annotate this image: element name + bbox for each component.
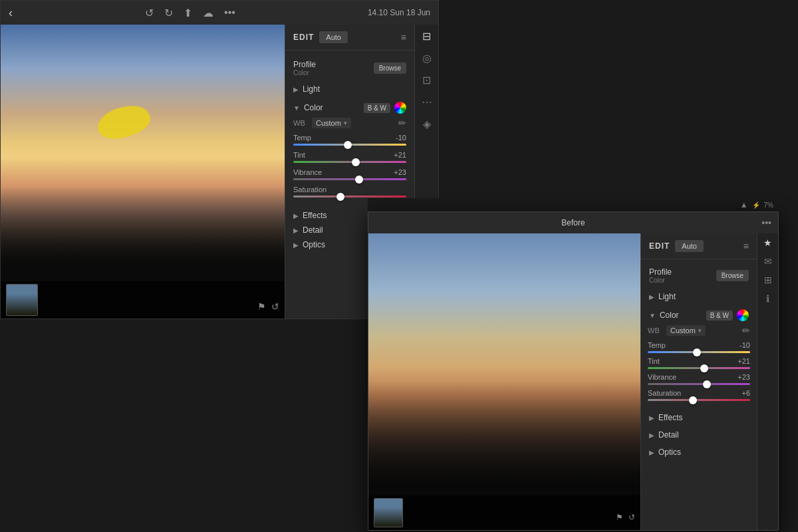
before-browse-button[interactable]: Browse (716, 270, 749, 281)
before-presets-icon[interactable]: ≡ (743, 241, 749, 251)
more-icon[interactable]: ••• (224, 7, 235, 19)
light-section-header[interactable]: ▶ Light (285, 80, 414, 98)
before-topbar: Before ••• (368, 212, 778, 233)
before-saturation-thumb[interactable] (689, 396, 697, 404)
before-wb-dropdown[interactable]: Custom ▾ (666, 325, 706, 336)
browse-button[interactable]: Browse (374, 63, 406, 74)
before-eyedropper-icon[interactable]: ✏ (742, 325, 750, 336)
flag-icon[interactable]: ⚑ (257, 301, 266, 312)
cloud-icon[interactable]: ☁ (203, 7, 213, 19)
before-edit-panel: EDIT Auto ≡ Profile Color Browse ▶ L (640, 233, 757, 530)
before-flag-icon[interactable]: ⚑ (616, 513, 623, 522)
before-side-icons-strip: ★ ✉ ⊞ ℹ (757, 233, 778, 530)
temp-slider-thumb[interactable] (344, 141, 352, 149)
before-saturation-slider[interactable] (648, 399, 750, 401)
saturation-label: Saturation (293, 186, 327, 194)
temp-label-row: Temp -10 (293, 134, 406, 142)
before-info-icon[interactable]: ℹ (766, 293, 769, 304)
before-saturation-label-row: Saturation +6 (648, 389, 750, 397)
before-vibrance-slider[interactable] (648, 383, 750, 385)
before-more-icon[interactable]: ••• (761, 217, 771, 228)
before-bw-button[interactable]: B & W (706, 311, 733, 321)
auto-button[interactable]: Auto (319, 31, 348, 43)
tint-slider-thumb[interactable] (352, 158, 360, 166)
color-circle[interactable] (394, 102, 406, 114)
before-panel-header: EDIT Auto ≡ (641, 233, 757, 259)
share-icon[interactable]: ⬆ (184, 7, 192, 19)
detail-arrow-icon: ▶ (293, 227, 299, 234)
before-vibrance-label: Vibrance (648, 373, 676, 381)
before-tint-label: Tint (648, 357, 660, 365)
adjust-icon[interactable]: ⊟ (422, 30, 431, 43)
saturation-slider-track[interactable] (293, 196, 406, 198)
crop-icon[interactable]: ⊡ (422, 74, 431, 86)
presets-icon[interactable]: ≡ (401, 32, 406, 43)
battery-level: 7% (764, 201, 773, 209)
vibrance-label: Vibrance (293, 168, 322, 176)
healing-icon[interactable]: ◎ (422, 52, 432, 65)
before-window: Before ••• ⚑ ↺ EDIT Auto (368, 211, 779, 531)
before-optics-section-header[interactable]: ▶ Optics (641, 444, 757, 461)
color-section-header[interactable]: ▼ Color B & W (285, 98, 414, 118)
saturation-slider-thumb[interactable] (336, 193, 344, 201)
before-detail-arrow-icon: ▶ (649, 432, 654, 439)
before-tint-slider[interactable] (648, 367, 750, 369)
profile-title: Profile (293, 60, 316, 69)
before-wb-row: WB Custom ▾ ✏ (648, 325, 750, 336)
vibrance-value: +23 (394, 168, 406, 176)
back-button[interactable]: ‹ (9, 6, 13, 20)
before-color-circle[interactable] (737, 309, 749, 321)
edit-label: EDIT (293, 33, 314, 42)
before-temp-thumb[interactable] (693, 348, 701, 356)
wb-chevron-icon: ▾ (344, 120, 347, 126)
wb-label: WB (293, 119, 307, 127)
topbar-date: 14.10 Sun 18 Jun (368, 8, 430, 17)
vibrance-slider-track[interactable] (293, 178, 406, 180)
before-saturation-label: Saturation (648, 389, 681, 397)
vibrance-slider-thumb[interactable] (355, 176, 363, 184)
tint-value: +21 (394, 151, 406, 159)
before-detail-section-header[interactable]: ▶ Detail (641, 426, 757, 444)
before-wb-section: WB Custom ▾ ✏ Temp -10 (641, 325, 757, 409)
temp-slider-track[interactable] (293, 144, 406, 146)
before-vibrance-thumb[interactable] (703, 380, 711, 388)
before-rotate-icon[interactable]: ↺ (628, 513, 635, 522)
before-color-section-header[interactable]: ▼ Color B & W (641, 305, 757, 325)
before-light-section-header[interactable]: ▶ Light (641, 288, 757, 305)
before-saturation-slider-row: Saturation +6 (648, 389, 750, 401)
geometry-icon[interactable]: ◈ (423, 118, 431, 130)
brush-icon[interactable]: ⋯ (422, 96, 432, 108)
before-panel-content: Profile Color Browse ▶ Light ▼ Color B &… (641, 259, 757, 530)
bw-button[interactable]: B & W (364, 103, 390, 113)
before-profile-sub: Color (649, 277, 672, 284)
redo-icon[interactable]: ↻ (164, 7, 173, 19)
before-temp-label: Temp (648, 341, 666, 349)
rotate-icon[interactable]: ↺ (271, 301, 279, 312)
temp-value: -10 (396, 134, 406, 142)
before-thumbnail[interactable] (374, 498, 403, 527)
before-chat-icon[interactable]: ✉ (764, 256, 772, 267)
before-temp-slider[interactable] (648, 351, 750, 353)
before-effects-section-header[interactable]: ▶ Effects (641, 409, 757, 426)
profile-info: Profile Color (293, 60, 316, 76)
before-adjust-icon[interactable]: ★ (763, 237, 772, 248)
before-vibrance-slider-row: Vibrance +23 (648, 373, 750, 385)
undo-icon[interactable]: ↺ (145, 7, 154, 19)
before-vibrance-value: +23 (737, 373, 750, 381)
before-wb-value: Custom (670, 327, 696, 334)
before-tag-icon[interactable]: ⊞ (764, 275, 772, 285)
before-photo-background (368, 233, 640, 530)
temp-label: Temp (293, 134, 311, 142)
optics-arrow-icon: ▶ (293, 241, 299, 249)
wb-dropdown[interactable]: Custom ▾ (312, 118, 351, 128)
before-profile-row: Profile Color Browse (641, 263, 757, 288)
eyedropper-icon[interactable]: ✏ (398, 118, 406, 128)
wb-value: Custom (316, 119, 341, 127)
before-content: ⚑ ↺ EDIT Auto ≡ Profile Color (368, 233, 778, 530)
charge-icon: ⚡ (752, 201, 760, 209)
effects-section-title: Effects (303, 211, 327, 220)
before-auto-button[interactable]: Auto (675, 240, 704, 252)
tint-slider-track[interactable] (293, 161, 406, 163)
thumbnail[interactable] (6, 284, 38, 316)
before-tint-thumb[interactable] (700, 364, 708, 372)
